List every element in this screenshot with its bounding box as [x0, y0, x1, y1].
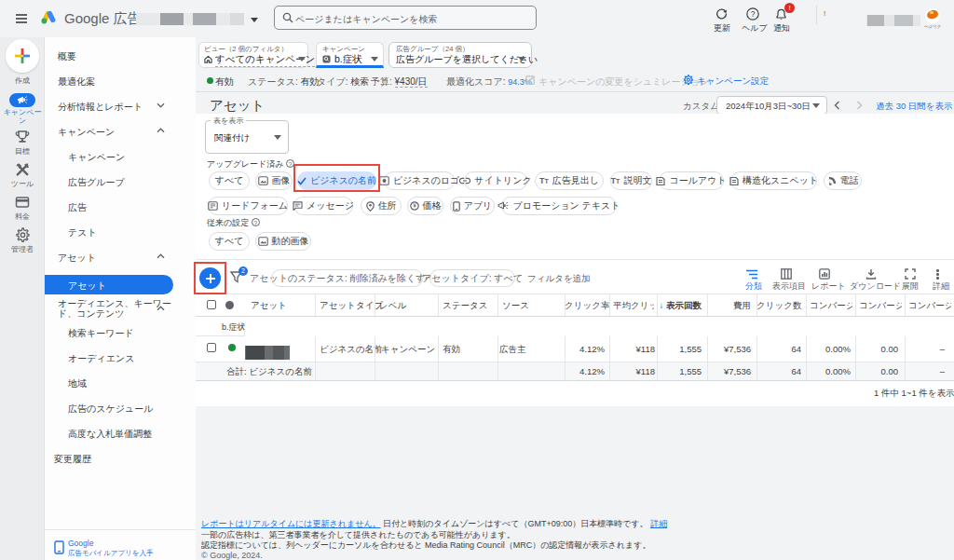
svg-text:¥: ¥ [413, 202, 416, 209]
svg-text:?: ? [751, 9, 756, 19]
